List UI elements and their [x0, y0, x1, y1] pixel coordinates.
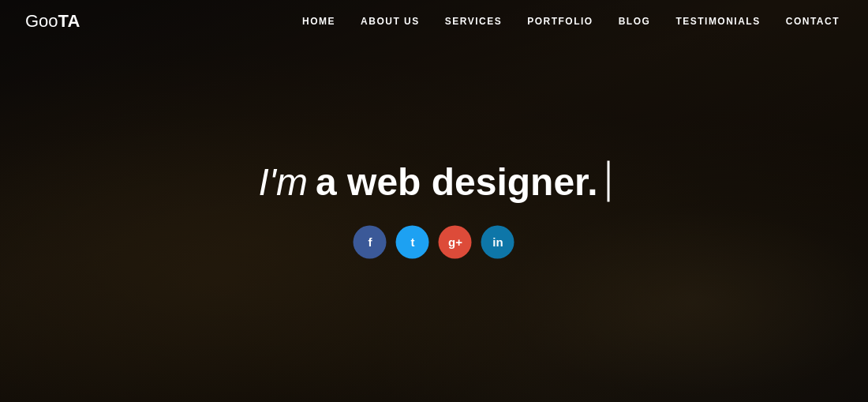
nav-item-blog[interactable]: BLOG — [619, 16, 651, 27]
nav-item-testimonials[interactable]: TESTIMONIALS — [675, 16, 760, 27]
nav-item-home[interactable]: HOME — [302, 16, 335, 27]
logo-text-normal: Goo — [25, 11, 58, 31]
social-twitter-button[interactable]: t — [396, 225, 429, 258]
nav-item-about[interactable]: ABOUT US — [361, 16, 420, 27]
site-header: GooTA HOMEABOUT USSERVICESPORTFOLIOBLOGT… — [0, 0, 868, 43]
nav-item-contact[interactable]: CONTACT — [786, 16, 840, 27]
hero-section: GooTA HOMEABOUT USSERVICESPORTFOLIOBLOGT… — [0, 0, 868, 402]
headline-main: a web designer. — [316, 160, 597, 203]
social-google-button[interactable]: g+ — [439, 225, 472, 258]
main-nav: HOMEABOUT USSERVICESPORTFOLIOBLOGTESTIMO… — [302, 16, 840, 27]
social-facebook-button[interactable]: f — [354, 225, 387, 258]
social-linkedin-button[interactable]: in — [481, 225, 514, 258]
headline-prefix: I'm — [259, 160, 308, 203]
hero-headline: I'm a web designer. — [259, 160, 610, 203]
nav-item-services[interactable]: SERVICES — [445, 16, 502, 27]
logo-text-bold: TA — [58, 11, 80, 31]
hero-content: I'm a web designer. ftg+in — [259, 160, 610, 258]
typing-cursor — [607, 161, 609, 202]
social-icons-container: ftg+in — [259, 225, 610, 258]
nav-item-portfolio[interactable]: PORTFOLIO — [527, 16, 593, 27]
site-logo[interactable]: GooTA — [25, 11, 80, 32]
